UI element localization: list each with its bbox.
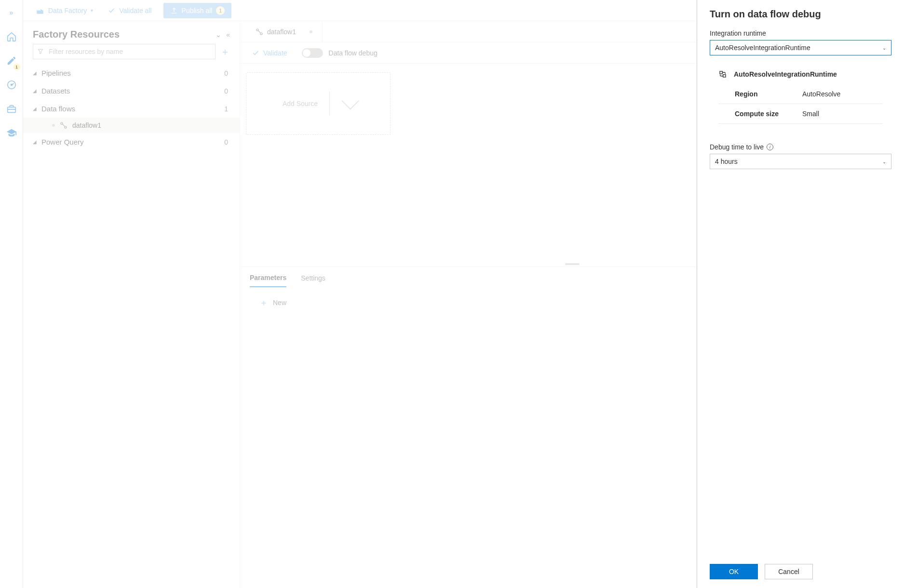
chevron-down-icon: ⌄ — [882, 159, 886, 164]
debug-ttl-select[interactable]: 4 hours ⌄ — [710, 154, 891, 169]
compute-value: Small — [802, 110, 819, 118]
chevron-down-icon: ⌄ — [882, 45, 886, 51]
compute-label: Compute size — [735, 110, 788, 118]
home-icon — [6, 31, 17, 42]
integration-runtime-select[interactable]: AutoResolveIntegrationRuntime ⌄ — [710, 40, 891, 55]
gauge-icon — [6, 80, 17, 90]
ir-region-row: Region AutoResolve — [718, 84, 883, 104]
svg-point-1 — [11, 84, 12, 86]
svg-rect-9 — [720, 71, 722, 74]
ok-button[interactable]: OK — [710, 564, 758, 579]
graduation-cap-icon — [6, 128, 17, 138]
left-icon-rail: » 1 — [0, 0, 23, 588]
info-icon[interactable]: i — [767, 144, 773, 150]
svg-rect-2 — [7, 107, 15, 112]
region-value: AutoResolve — [802, 90, 840, 98]
ir-detail-block: AutoResolveIntegrationRuntime Region Aut… — [718, 70, 883, 124]
region-label: Region — [735, 90, 788, 98]
integration-runtime-label: Integration runtime — [710, 29, 891, 37]
panel-title: Turn on data flow debug — [710, 9, 891, 20]
debug-ttl-label-text: Debug time to live — [710, 143, 764, 151]
monitor-button[interactable] — [4, 77, 19, 93]
toolbox-icon — [6, 104, 17, 114]
expand-rail-button[interactable]: » — [4, 5, 19, 20]
learn-button[interactable] — [4, 125, 19, 141]
integration-runtime-value: AutoResolveIntegrationRuntime — [715, 44, 810, 52]
debug-ttl-value: 4 hours — [715, 158, 738, 165]
debug-side-panel: Turn on data flow debug Integration runt… — [697, 0, 904, 588]
author-button[interactable]: 1 — [4, 53, 19, 68]
integration-runtime-icon — [718, 70, 727, 79]
ir-compute-row: Compute size Small — [718, 104, 883, 124]
home-button[interactable] — [4, 29, 19, 44]
manage-button[interactable] — [4, 101, 19, 117]
svg-rect-10 — [723, 75, 726, 77]
ir-detail-name: AutoResolveIntegrationRuntime — [734, 70, 837, 78]
cancel-button[interactable]: Cancel — [765, 564, 813, 579]
chevron-right-double-icon: » — [10, 9, 13, 16]
debug-ttl-label: Debug time to live i — [710, 143, 891, 151]
author-badge: 1 — [13, 64, 20, 70]
